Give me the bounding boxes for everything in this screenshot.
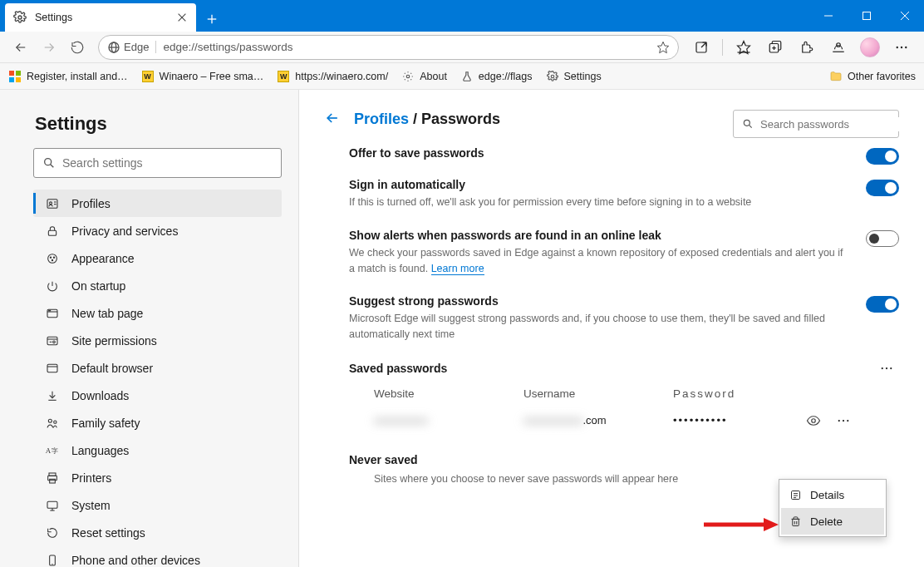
sidebar-item-family[interactable]: Family safety xyxy=(33,409,282,436)
forward-button[interactable] xyxy=(37,35,61,60)
search-settings-field[interactable] xyxy=(56,155,273,170)
sidebar-item-printers[interactable]: Printers xyxy=(33,464,282,491)
other-favorites-button[interactable]: Other favorites xyxy=(829,70,916,83)
svg-text:字: 字 xyxy=(52,447,58,455)
bookmarks-bar: Register, install and… W Winaero – Free … xyxy=(0,63,924,90)
settings-icon xyxy=(401,70,415,83)
search-passwords-input[interactable] xyxy=(733,110,899,138)
sidebar-item-appearance[interactable]: Appearance xyxy=(33,244,282,272)
sidebar-item-newtab[interactable]: New tab page xyxy=(33,299,282,327)
bookmark-label: edge://flags xyxy=(479,71,533,82)
section-title: Never saved xyxy=(349,453,899,466)
settings-content: Settings Profiles Privacy and services A… xyxy=(0,90,924,567)
context-item-label: Details xyxy=(810,489,844,501)
sidebar-item-label: New tab page xyxy=(71,307,143,320)
read-aloud-button[interactable] xyxy=(824,35,853,60)
sidebar-item-privacy[interactable]: Privacy and services xyxy=(33,217,282,244)
svg-point-75 xyxy=(838,420,840,422)
back-arrow-button[interactable] xyxy=(324,110,342,128)
svg-point-24 xyxy=(897,46,898,47)
close-tab-button[interactable] xyxy=(176,12,188,23)
browser-icon xyxy=(45,361,60,376)
table-header: Website Username Password xyxy=(349,384,899,408)
toggle-suggest-strong[interactable] xyxy=(866,296,899,313)
svg-rect-30 xyxy=(16,77,21,82)
sidebar-item-reset[interactable]: Reset settings xyxy=(33,519,282,546)
back-button[interactable] xyxy=(8,35,33,60)
close-window-button[interactable] xyxy=(886,0,924,32)
row-more-button[interactable] xyxy=(831,413,856,428)
tab-title: Settings xyxy=(35,12,176,23)
svg-point-56 xyxy=(48,419,52,422)
sidebar-item-system[interactable]: System xyxy=(33,491,282,519)
svg-point-77 xyxy=(847,420,848,422)
maximize-button[interactable] xyxy=(848,0,886,32)
more-actions-button[interactable] xyxy=(874,361,899,376)
address-bar[interactable]: Edge edge://settings/passwords xyxy=(98,35,679,60)
bookmark-item[interactable]: Settings xyxy=(546,70,602,83)
new-tab-button[interactable] xyxy=(199,7,224,32)
sidebar-item-label: Phone and other devices xyxy=(71,554,200,567)
settings-icon xyxy=(13,11,27,24)
toggle-signin-auto[interactable] xyxy=(866,180,899,196)
bookmark-item[interactable]: About xyxy=(401,70,447,83)
sidebar-item-downloads[interactable]: Downloads xyxy=(33,382,282,409)
context-item-details[interactable]: Details xyxy=(781,481,884,508)
setting-desc: We check your passwords saved in Edge ag… xyxy=(349,245,849,277)
breadcrumb-root[interactable]: Profiles xyxy=(354,111,409,127)
refresh-button[interactable] xyxy=(65,35,90,60)
printer-icon xyxy=(45,471,60,486)
sidebar-item-phone[interactable]: Phone and other devices xyxy=(33,546,282,567)
table-row[interactable]: xxxxxxxxxx xxxxxxxxxxx.com •••••••••• xyxy=(349,408,899,433)
favorite-star-button[interactable] xyxy=(656,41,670,54)
sidebar-item-profiles[interactable]: Profiles xyxy=(33,190,282,217)
bookmark-item[interactable]: edge://flags xyxy=(460,70,533,83)
svg-point-36 xyxy=(50,201,52,204)
main-header: Profiles / Passwords xyxy=(324,110,899,128)
collections-button[interactable] xyxy=(761,35,789,60)
sidebar-title: Settings xyxy=(35,113,282,135)
sidebar-item-label: Profiles xyxy=(71,197,111,210)
separator xyxy=(722,39,723,56)
bookmark-item[interactable]: W https://winaero.com/ xyxy=(277,70,388,83)
bookmark-item[interactable]: Register, install and… xyxy=(8,70,128,83)
svg-point-69 xyxy=(744,120,750,126)
toggle-leak-alert[interactable] xyxy=(866,230,899,247)
sidebar-item-languages[interactable]: A字Languages xyxy=(33,436,282,464)
svg-point-33 xyxy=(45,159,52,165)
svg-rect-82 xyxy=(793,519,799,525)
extensions-button[interactable] xyxy=(793,35,821,60)
window-titlebar: Settings xyxy=(0,0,924,32)
other-favorites-label: Other favorites xyxy=(848,71,916,82)
favorites-button[interactable] xyxy=(730,35,758,60)
setting-title: Suggest strong passwords xyxy=(349,294,849,308)
bookmark-item[interactable]: W Winaero – Free sma… xyxy=(141,70,264,83)
svg-line-70 xyxy=(749,125,751,127)
sidebar-item-defaultbrowser[interactable]: Default browser xyxy=(33,354,282,382)
settings-sidebar: Settings Profiles Privacy and services A… xyxy=(0,90,299,567)
learn-more-link[interactable]: Learn more xyxy=(431,263,484,275)
toggle-offer-save[interactable] xyxy=(866,148,899,165)
context-item-delete[interactable]: Delete xyxy=(781,508,884,535)
bookmark-label: https://winaero.com/ xyxy=(295,71,388,82)
sidebar-item-label: Family safety xyxy=(71,417,140,430)
sidebar-item-siteperms[interactable]: Site permissions xyxy=(33,327,282,354)
reveal-password-button[interactable] xyxy=(806,413,831,428)
sidebar-item-startup[interactable]: On startup xyxy=(33,272,282,299)
context-item-label: Delete xyxy=(810,515,843,528)
cell-website: xxxxxxxxxx xyxy=(374,414,523,426)
svg-marker-17 xyxy=(738,41,750,53)
sidebar-item-label: Downloads xyxy=(71,389,129,402)
share-button[interactable] xyxy=(687,35,715,60)
profile-button[interactable] xyxy=(856,35,884,60)
saved-passwords-table: Website Username Password xxxxxxxxxx xxx… xyxy=(349,384,899,433)
browser-tab[interactable]: Settings xyxy=(5,3,196,32)
site-info-icon[interactable] xyxy=(107,41,120,54)
search-settings-input[interactable] xyxy=(33,148,282,178)
window-controls xyxy=(809,0,924,32)
svg-point-42 xyxy=(53,257,54,258)
menu-button[interactable] xyxy=(887,35,916,60)
minimize-button[interactable] xyxy=(809,0,848,32)
svg-text:A: A xyxy=(46,446,52,455)
search-passwords-field[interactable] xyxy=(754,117,902,131)
